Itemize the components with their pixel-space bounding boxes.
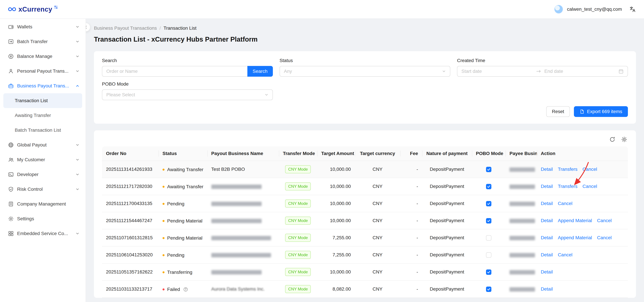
pobo-checkbox[interactable] — [486, 218, 492, 224]
cell-nature-of-payment: DepositPayment — [422, 229, 472, 246]
status-text: Awaiting Transfer — [167, 167, 204, 172]
sidebar-subitem-transaction-list[interactable]: Transaction List — [3, 93, 82, 108]
action-append-material[interactable]: Append Material — [558, 218, 592, 223]
chevron-down-icon — [76, 187, 80, 191]
search-button[interactable]: Search — [247, 66, 273, 77]
table-row: 202511071601312815Pending MaterialCNY Mo… — [102, 229, 628, 246]
action-cancel[interactable]: Cancel — [582, 184, 597, 189]
redacted-text — [510, 270, 535, 274]
transfer-mode-tag: CNY Mode — [285, 285, 311, 293]
info-icon — [183, 287, 188, 292]
action-detail[interactable]: Detail — [541, 235, 553, 240]
redacted-text — [510, 287, 535, 292]
business-payout-icon — [8, 83, 14, 89]
main-content: Business Payout Transactions / Transacti… — [86, 19, 644, 302]
search-input[interactable] — [102, 66, 247, 77]
action-append-material[interactable]: Append Material — [558, 235, 592, 240]
status-text: Pending — [167, 201, 184, 206]
pobo-checkbox[interactable] — [486, 286, 492, 292]
target-currency-text: CNY — [373, 184, 382, 189]
sidebar-item-embedded-service-co[interactable]: Embedded Service Co... — [0, 226, 86, 241]
transfer-mode-tag: CNY Mode — [285, 216, 311, 225]
status-label: Status — [280, 58, 450, 63]
cell-order-no: 202511121544467247 — [102, 212, 158, 229]
redacted-text — [211, 202, 262, 206]
sidebar-item-balance-manage[interactable]: Balance Manage — [0, 49, 86, 64]
sidebar-item-label: Settings — [17, 216, 80, 222]
refresh-icon[interactable] — [610, 136, 615, 142]
pobo-checkbox[interactable] — [486, 270, 492, 275]
sidebar-item-developer[interactable]: Developer — [0, 167, 86, 182]
action-detail[interactable]: Detail — [541, 201, 553, 206]
date-range-picker[interactable]: Start date End date — [457, 66, 628, 77]
sidebar-item-my-customer[interactable]: My Customer — [0, 152, 86, 167]
status-text: Failed — [167, 287, 180, 292]
sidebar-item-business-payout-trans[interactable]: Business Payout Trans... — [0, 78, 86, 93]
sidebar-item-label: Balance Manage — [17, 54, 72, 59]
sidebar-item-batch-transfer[interactable]: Batch Transfer — [0, 34, 86, 49]
sidebar-subitem-awaiting-transfer[interactable]: Awaiting Transfer — [3, 108, 82, 123]
top-header: xCurrency calwen_test_cny@qq.com — [0, 0, 644, 19]
sidebar-item-risk-control[interactable]: Risk Control — [0, 182, 86, 197]
status-select[interactable]: Any — [280, 66, 450, 77]
sidebar-subitem-batch-transaction-list[interactable]: Batch Transaction List — [3, 123, 82, 138]
cell-payee-business — [506, 161, 537, 178]
transfer-mode-tag: CNY Mode — [285, 165, 311, 173]
action-detail[interactable]: Detail — [541, 166, 553, 172]
export-button[interactable]: Export 669 items — [574, 106, 628, 117]
action-detail[interactable]: Detail — [541, 269, 553, 274]
action-transfers[interactable]: Transfers — [558, 184, 578, 189]
action-cancel[interactable]: Cancel — [558, 252, 572, 257]
pobo-checkbox[interactable] — [486, 252, 492, 258]
action-cancel[interactable]: Cancel — [597, 235, 612, 240]
sidebar-collapse-button[interactable] — [86, 23, 90, 32]
status: Awaiting Transfer — [162, 167, 204, 172]
cell-target-amount: 10,000.00 — [317, 178, 355, 195]
action-cancel[interactable]: Cancel — [597, 218, 612, 223]
cell-actions: DetailTransfersCancel — [537, 178, 628, 195]
sidebar-menu: WalletsBatch TransferBalance ManagePerso… — [0, 20, 86, 241]
transfer-mode-tag: CNY Mode — [285, 182, 311, 190]
pobo-checkbox[interactable] — [486, 235, 492, 240]
action-detail[interactable]: Detail — [541, 218, 553, 223]
cell-payout-business-name — [207, 229, 279, 246]
breadcrumb-item-business-payout-transactions[interactable]: Business Payout Transactions — [94, 26, 157, 31]
column-settings-icon[interactable] — [621, 136, 627, 142]
action-cancel[interactable]: Cancel — [582, 166, 597, 172]
action-transfers[interactable]: Transfers — [558, 166, 578, 172]
target-currency-text: CNY — [373, 235, 382, 240]
sidebar-item-company-management[interactable]: Company Management — [0, 197, 86, 212]
translate-icon[interactable] — [629, 6, 636, 12]
pobo-checkbox[interactable] — [486, 167, 492, 172]
order-no-text: 202511051357162622 — [106, 269, 152, 274]
cell-fee: - — [400, 264, 422, 280]
cell-target-currency: CNY — [355, 195, 400, 212]
pobo-checkbox[interactable] — [486, 184, 492, 189]
pobo-mode-select[interactable]: Please Select — [102, 90, 273, 100]
action-detail[interactable]: Detail — [541, 184, 553, 189]
action-detail[interactable]: Detail — [541, 286, 553, 292]
calendar-icon — [618, 69, 624, 74]
redacted-text — [211, 219, 262, 223]
reset-button[interactable]: Reset — [546, 106, 570, 117]
table-tools — [102, 134, 628, 146]
chevron-down-icon — [76, 143, 80, 147]
cell-payout-business-name — [207, 212, 279, 229]
action-cancel[interactable]: Cancel — [558, 201, 572, 206]
sidebar-item-personal-payout-trans[interactable]: Personal Payout Trans... — [0, 64, 86, 78]
status: Transferring — [162, 270, 192, 275]
sidebar-item-global-payout[interactable]: Global Payout — [0, 138, 86, 152]
sidebar-item-wallets[interactable]: Wallets — [0, 20, 86, 34]
col-header-status: Status — [158, 146, 207, 161]
action-detail[interactable]: Detail — [541, 252, 553, 257]
cell-transfer-mode: CNY Mode — [279, 246, 317, 264]
nature-of-payment-text: DepositPayment — [430, 252, 464, 257]
sidebar: WalletsBatch TransferBalance ManagePerso… — [0, 19, 86, 302]
sidebar-item-settings[interactable]: Settings — [0, 212, 86, 226]
redacted-text — [211, 236, 271, 240]
status-text: Transferring — [167, 270, 192, 275]
status: Pending Material — [162, 218, 202, 224]
pobo-checkbox[interactable] — [486, 201, 492, 206]
target-currency-text: CNY — [373, 201, 382, 206]
cell-order-no: 202511051357162622 — [102, 264, 158, 280]
